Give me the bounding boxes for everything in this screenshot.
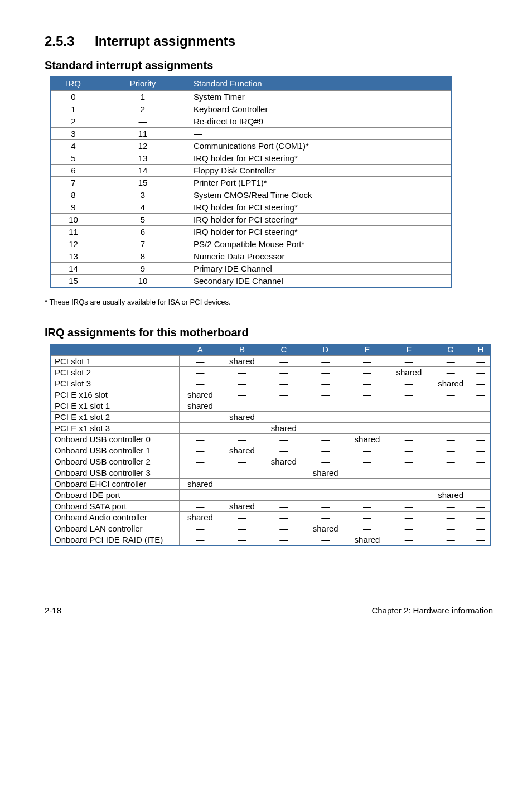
assignment-cell: shared (179, 479, 221, 490)
priority-cell: 4 (95, 201, 190, 214)
assignment-cell: shared (179, 512, 221, 523)
priority-cell: 15 (95, 177, 190, 189)
chapter-label: Chapter 2: Hardware information (371, 606, 493, 615)
assignment-cell: — (304, 501, 346, 512)
assignment-cell: — (346, 356, 388, 367)
assignment-cell: — (346, 512, 388, 523)
assignment-cell: — (388, 389, 430, 400)
assignment-cell: — (388, 479, 430, 490)
assignment-cell: — (304, 434, 346, 445)
assignment-cell: — (430, 367, 472, 378)
function-cell: Re-direct to IRQ#9 (190, 115, 451, 128)
irq-cell: 0 (51, 91, 95, 103)
assignment-cell: — (430, 412, 472, 423)
function-cell: IRQ holder for PCI steering* (190, 152, 451, 165)
section-title: 2.5.3 Interrupt assignments (45, 33, 493, 49)
assignment-cell: — (388, 456, 430, 467)
assignment-cell: shared (221, 445, 263, 456)
assignment-cell: — (346, 412, 388, 423)
assignment-cell: — (430, 523, 472, 534)
priority-cell: — (95, 115, 190, 128)
board-header-col: B (221, 344, 263, 356)
assignment-cell: — (472, 367, 490, 378)
board-header-empty (51, 344, 179, 356)
assignment-cell: — (304, 412, 346, 423)
assignment-cell: — (263, 490, 304, 501)
assignment-cell: — (221, 467, 263, 479)
assignment-cell: — (430, 389, 472, 400)
assignment-cell: — (388, 512, 430, 523)
priority-cell: 3 (95, 189, 190, 201)
assignment-cell: shared (430, 378, 472, 389)
assignment-cell: — (388, 445, 430, 456)
row-label: Onboard IDE port (51, 490, 179, 501)
assignment-cell: — (179, 423, 221, 434)
assignment-cell: — (221, 400, 263, 412)
section-text: Interrupt assignments (95, 33, 235, 49)
assignment-cell: — (304, 534, 346, 546)
assignment-cell: — (263, 501, 304, 512)
assignment-cell: — (263, 356, 304, 367)
page-number: 2-18 (45, 606, 61, 615)
assignment-cell: — (304, 479, 346, 490)
table-row: Onboard USB controller 3———shared———— (51, 467, 490, 479)
irq-cell: 9 (51, 201, 95, 214)
assignment-cell: — (221, 367, 263, 378)
assignment-cell: shared (221, 501, 263, 512)
assignment-cell: — (221, 479, 263, 490)
assignment-cell: — (179, 534, 221, 546)
assignment-cell: — (472, 479, 490, 490)
assignment-cell: — (179, 412, 221, 423)
table-row: Onboard USB controller 2——shared————— (51, 456, 490, 467)
assignment-cell: — (430, 400, 472, 412)
table-row: 1510Secondary IDE Channel (51, 275, 451, 288)
assignment-cell: — (179, 434, 221, 445)
priority-cell: 8 (95, 250, 190, 263)
assignment-cell: — (430, 434, 472, 445)
assignment-cell: — (388, 534, 430, 546)
assignment-cell: shared (430, 490, 472, 501)
assignment-cell: — (388, 434, 430, 445)
irq-cell: 5 (51, 152, 95, 165)
assignment-cell: — (388, 501, 430, 512)
subheading-standard: Standard interrupt assignments (45, 59, 493, 72)
assignment-cell: — (472, 501, 490, 512)
priority-cell: 1 (95, 91, 190, 103)
irq-cell: 4 (51, 140, 95, 152)
table-row: PCI slot 1—shared—————— (51, 356, 490, 367)
assignment-cell: — (472, 445, 490, 456)
assignment-cell: — (263, 523, 304, 534)
page-footer: 2-18 Chapter 2: Hardware information (45, 602, 493, 615)
priority-cell: 14 (95, 165, 190, 177)
assignment-cell: — (179, 501, 221, 512)
assignment-cell: — (346, 367, 388, 378)
priority-cell: 11 (95, 128, 190, 140)
assignment-cell: — (304, 490, 346, 501)
assignment-cell: — (430, 423, 472, 434)
assignment-cell: — (430, 445, 472, 456)
row-label: Onboard LAN controller (51, 523, 179, 534)
assignment-cell: — (263, 534, 304, 546)
assignment-cell: — (346, 490, 388, 501)
assignment-cell: — (430, 456, 472, 467)
function-cell: Keyboard Controller (190, 103, 451, 115)
irq-cell: 2 (51, 115, 95, 128)
function-cell: IRQ holder for PCI steering* (190, 214, 451, 226)
irq-cell: 14 (51, 263, 95, 275)
section-number: 2.5.3 (45, 33, 74, 49)
table-row: PCI E x1 slot 1shared——————— (51, 400, 490, 412)
table-row: PCI slot 2—————shared—— (51, 367, 490, 378)
row-label: Onboard USB controller 2 (51, 456, 179, 467)
irq-table: IRQ Priority Standard Function 01System … (50, 76, 452, 288)
assignment-cell: shared (263, 423, 304, 434)
row-label: PCI E x1 slot 1 (51, 400, 179, 412)
priority-cell: 5 (95, 214, 190, 226)
assignment-cell: — (472, 400, 490, 412)
row-label: PCI slot 3 (51, 378, 179, 389)
assignment-cell: — (263, 400, 304, 412)
board-table: ABCDEFGH PCI slot 1—shared——————PCI slot… (50, 344, 491, 546)
assignment-cell: — (430, 479, 472, 490)
assignment-cell: shared (388, 367, 430, 378)
assignment-cell: — (430, 512, 472, 523)
irq-cell: 11 (51, 226, 95, 238)
